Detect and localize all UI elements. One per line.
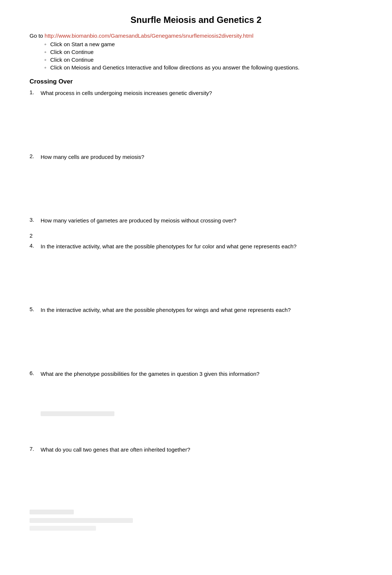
standalone-answer: 2 [30,232,362,239]
question-item-6: 6. What are the phenotype possibilities … [41,370,362,416]
page-title: Snurfle Meiosis and Genetics 2 [30,15,362,25]
go-to-label: Go to [30,33,45,39]
q5-text: In the interactive activity, what are th… [41,307,291,313]
q3-number: 3. [30,217,34,223]
q6-answer-area [41,382,362,404]
q6-text: What are the phenotype possibilities for… [41,371,259,377]
bottom-blurred-block [30,510,362,531]
q1-answer-area [41,101,362,123]
q1-text: What process in cells undergoing meiosis… [41,90,212,96]
q6-blurred-area [41,411,362,416]
q6-number: 6. [30,370,34,376]
q4-text: In the interactive activity, what are th… [41,243,296,249]
q2-answer-area [41,165,362,187]
question-item-7: 7. What do you call two genes that are o… [41,446,362,480]
section-heading: Crossing Over [30,78,362,85]
q5-number: 5. [30,306,34,312]
go-to-line: Go to http://www.biomanbio.com/GamesandL… [30,33,362,39]
blurred-line-1 [41,411,114,416]
bottom-blurred-line-1 [30,510,74,514]
q7-answer-area [41,458,362,480]
q2-number: 2. [30,153,34,159]
q7-text: What do you call two genes that are ofte… [41,446,190,453]
bullet-list: Click on Start a new game Click on Conti… [30,41,362,71]
bullet-item-4: Click on Meiosis and Genetics Interactiv… [44,64,362,71]
bottom-blurred-line-3 [30,526,96,531]
bullet-item-1: Click on Start a new game [44,41,362,47]
question-item-2: 2. How many cells are produced by meiosi… [41,153,362,187]
question-item-3: 3. How many varieties of gametes are pro… [41,217,362,225]
bullet-item-2: Click on Continue [44,49,362,55]
q5-answer-area [41,318,362,340]
q2-text: How many cells are produced by meiosis? [41,154,144,160]
question-item-4: 4. In the interactive activity, what are… [41,242,362,277]
instructions-block: Go to http://www.biomanbio.com/GamesandL… [30,33,362,71]
question-item-5: 5. In the interactive activity, what are… [41,306,362,340]
q1-number: 1. [30,89,34,95]
q4-answer-area [41,254,362,276]
url-link[interactable]: http://www.biomanbio.com/GamesandLabs/Ge… [45,33,254,39]
q3-text: How many varieties of gametes are produc… [41,217,236,224]
bottom-blurred-line-2 [30,518,133,523]
questions-list-2: 4. In the interactive activity, what are… [30,242,362,480]
questions-list: 1. What process in cells undergoing meio… [30,89,362,225]
q4-number: 4. [30,242,34,249]
question-item-1: 1. What process in cells undergoing meio… [41,89,362,123]
q7-number: 7. [30,446,34,452]
bullet-item-3: Click on Continue [44,57,362,63]
